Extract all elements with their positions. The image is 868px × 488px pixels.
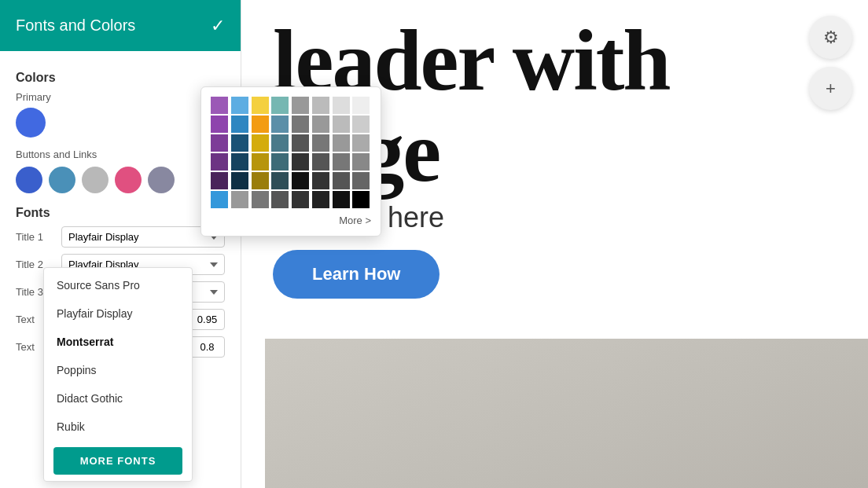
dropdown-item[interactable]: Source Sans Pro [44,271,192,299]
color-grid [211,97,371,208]
text1-size-input[interactable] [189,309,225,330]
color-cell[interactable] [352,153,370,171]
color-cell[interactable] [312,97,329,114]
text2-size-input[interactable] [189,336,225,358]
more-fonts-button[interactable]: MORE FONTS [53,447,182,475]
right-buttons: ⚙ + [809,16,852,110]
color-cell[interactable] [252,134,269,152]
color-cell[interactable] [352,97,370,114]
color-cell[interactable] [231,134,248,152]
color-cell[interactable] [352,191,370,208]
color-cell[interactable] [211,153,228,171]
confirm-button[interactable]: ✓ [211,16,225,36]
settings-button[interactable]: ⚙ [809,16,852,59]
color-cell[interactable] [292,97,309,114]
color-cell[interactable] [333,134,350,152]
color-cell[interactable] [231,191,248,208]
color-cell[interactable] [252,97,269,114]
color-cell[interactable] [333,153,350,171]
swatch-gray[interactable] [82,167,108,193]
primary-color-swatch[interactable] [16,108,46,138]
color-cell[interactable] [211,172,228,189]
color-cell[interactable] [231,153,248,171]
fonts-section-label: Fonts [16,206,225,220]
dropdown-item[interactable]: Playfair Display [44,299,192,328]
color-cell[interactable] [333,116,350,133]
color-cell[interactable] [333,191,350,208]
more-colors-link[interactable]: More > [211,215,371,226]
color-cell[interactable] [271,97,289,114]
color-cell[interactable] [271,191,289,208]
color-cell[interactable] [252,172,269,189]
color-cell[interactable] [271,134,289,152]
swatch-blue-medium[interactable] [49,167,75,193]
color-cell[interactable] [333,172,350,189]
color-cell[interactable] [292,153,309,171]
color-cell[interactable] [252,116,269,133]
color-cell[interactable] [292,134,309,152]
gear-icon: ⚙ [823,28,839,48]
color-cell[interactable] [352,116,370,133]
dropdown-item[interactable]: Didact Gothic [44,384,192,413]
color-cell[interactable] [231,97,248,114]
color-cell[interactable] [211,134,228,152]
color-cell[interactable] [333,97,350,114]
color-cell[interactable] [292,116,309,133]
colors-section-label: Colors [16,71,225,85]
sidebar-title: Fonts and Colors [16,17,135,35]
color-cell[interactable] [312,116,329,133]
learn-how-button[interactable]: Learn How [273,250,440,299]
color-cell[interactable] [352,134,370,152]
color-cell[interactable] [271,153,289,171]
color-cell[interactable] [231,172,248,189]
color-cell[interactable] [252,153,269,171]
plus-icon: + [826,79,836,99]
color-cell[interactable] [292,191,309,208]
font-row-title1: Title 1 Playfair Display [16,226,225,248]
color-cell[interactable] [271,172,289,189]
color-cell[interactable] [252,191,269,208]
color-cell[interactable] [352,172,370,189]
dropdown-item[interactable]: Poppins [44,356,192,384]
color-cell[interactable] [211,116,228,133]
font-dropdown: Source Sans ProPlayfair DisplayMontserra… [43,267,193,482]
color-cell[interactable] [312,172,329,189]
color-cell[interactable] [292,172,309,189]
color-cell[interactable] [312,134,329,152]
swatch-gray-dark[interactable] [148,167,175,193]
buttons-links-label: Buttons and Links [16,149,225,160]
main-content: leader with nage r subtitle here Learn H… [241,0,868,488]
color-cell[interactable] [211,97,228,114]
primary-label: Primary [16,91,225,103]
color-cell[interactable] [312,153,329,171]
swatch-pink[interactable] [115,167,142,193]
color-cell[interactable] [312,191,329,208]
color-picker-popup: More > [200,86,381,237]
swatch-blue-dark[interactable] [16,167,42,193]
color-cell[interactable] [231,116,248,133]
hero-image [265,339,868,488]
dropdown-item[interactable]: Rubik [44,413,192,441]
color-swatches [16,167,225,193]
sidebar-header: Fonts and Colors ✓ [0,0,241,51]
color-cell[interactable] [271,116,289,133]
dropdown-item[interactable]: Montserrat [44,328,192,356]
color-cell[interactable] [211,191,228,208]
add-button[interactable]: + [809,67,852,110]
title1-label: Title 1 [16,231,55,243]
